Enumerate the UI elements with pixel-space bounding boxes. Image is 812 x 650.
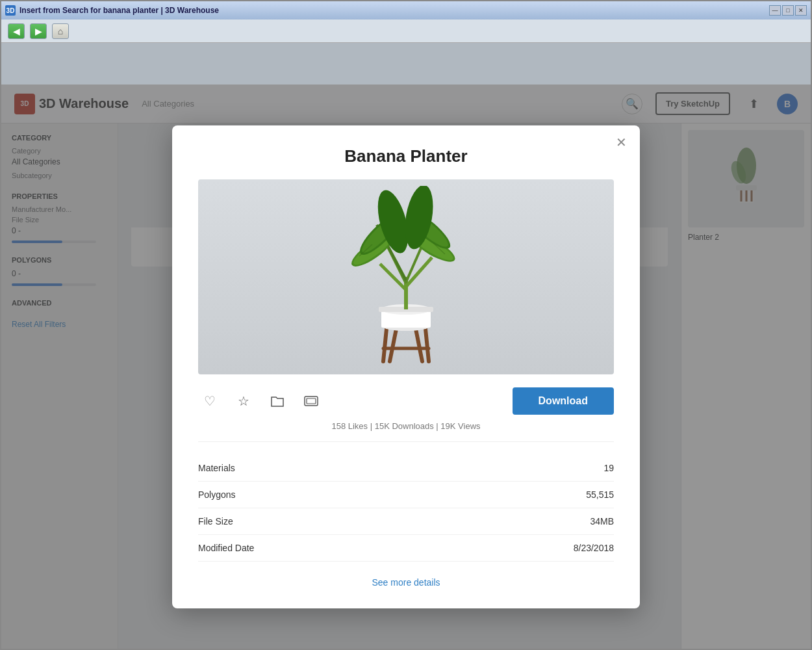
modal-image [198,179,614,374]
modal-details-table: Materials 19 Polygons 55,515 File Size 3… [198,455,614,562]
window-controls: — □ ✕ [769,5,807,16]
polygons-label: Polygons [198,489,236,500]
download-button[interactable]: Download [513,387,614,415]
materials-label: Materials [198,463,235,473]
star-button[interactable]: ☆ [232,389,255,413]
modified-label: Modified Date [198,543,254,553]
nav-bar: ◀ ▶ ⌂ [1,20,811,43]
back-button[interactable]: ◀ [8,23,25,39]
detail-row-modified: Modified Date 8/23/2018 [198,535,614,562]
svg-line-11 [390,329,396,361]
detail-row-filesize: File Size 34MB [198,508,614,535]
window-title: Insert from Search for banana planter | … [19,6,769,15]
folder-button[interactable] [266,389,289,413]
svg-rect-38 [307,398,316,404]
detail-row-polygons: Polygons 55,515 [198,482,614,508]
plant-illustration [328,186,484,368]
filesize-label: File Size [198,516,233,526]
window-close-button[interactable]: ✕ [795,5,807,16]
detail-row-materials: Materials 19 [198,455,614,482]
modified-value: 8/23/2018 [574,543,614,553]
polygons-value: 55,515 [586,489,614,500]
svg-line-10 [383,329,387,361]
modal-actions: ♡ ☆ Download [198,387,614,415]
modal-stats: 158 Likes | 15K Downloads | 19K Views [198,421,614,442]
modal-overlay: ✕ Banana Planter [1,84,811,649]
filesize-value: 34MB [590,516,614,526]
app-window: 3D Insert from Search for banana planter… [0,0,812,650]
home-button[interactable]: ⌂ [52,23,69,39]
title-bar: 3D Insert from Search for banana planter… [1,1,811,20]
modal-title: Banana Planter [198,146,614,166]
modal-dialog: ✕ Banana Planter [172,125,640,608]
materials-value: 19 [603,463,614,473]
see-more-link[interactable]: See more details [198,577,614,588]
heart-button[interactable]: ♡ [198,389,222,413]
svg-line-13 [425,329,429,361]
app-icon: 3D [5,5,16,16]
main-area: 3D 3D Warehouse All Categories 🔍 Try Ske… [1,43,811,649]
forward-button[interactable]: ▶ [30,23,47,39]
gallery-button[interactable] [299,389,323,413]
svg-line-12 [416,329,422,361]
modal-close-button[interactable]: ✕ [616,136,627,149]
maximize-button[interactable]: □ [782,5,794,16]
minimize-button[interactable]: — [769,5,781,16]
